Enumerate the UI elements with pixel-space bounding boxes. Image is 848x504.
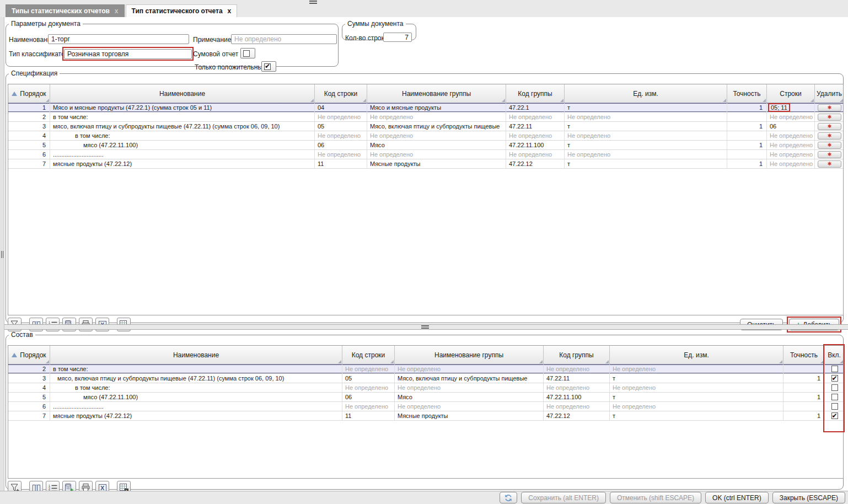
- column-header-group-name[interactable]: Наименование группы: [367, 84, 506, 103]
- svg-text:X: X: [100, 485, 105, 491]
- horizontal-splitter[interactable]: [4, 324, 848, 330]
- table-row[interactable]: 7мясные продукты (47.22.12)11Мясные прод…: [8, 159, 843, 169]
- cell-precision: [783, 383, 825, 392]
- column-header-line-code[interactable]: Код строки: [315, 84, 367, 103]
- cell-name: в том числе:: [50, 383, 342, 392]
- table-row[interactable]: 1Мясо и мясные продукты (47.22.1) (сумма…: [8, 103, 843, 112]
- table-row[interactable]: 6..............................Не опреде…: [8, 402, 843, 411]
- cell-order: 5: [8, 141, 50, 149]
- ok-button[interactable]: OK (ctrl ENTER): [705, 492, 769, 503]
- table-row[interactable]: 5мясо (47.22.11.100)06Мясо47.22.11.100т1: [8, 393, 843, 402]
- cancel-button[interactable]: Отменить (shift ESCAPE): [610, 492, 701, 503]
- cell-order: 6: [8, 150, 50, 159]
- include-checkbox[interactable]: [831, 412, 838, 419]
- column-header-label: Наименование: [173, 351, 219, 359]
- cell-group-name: Мясо, включая птицу и субпродукты пищевы…: [395, 374, 544, 383]
- close-button[interactable]: Закрыть (ESCAPE): [772, 492, 845, 503]
- table-row[interactable]: 4в том числе:Не определеноНе определеноН…: [8, 383, 843, 393]
- cell-include: [825, 374, 844, 383]
- cell-group-code: 47.22.1: [506, 103, 565, 112]
- column-header-line-code[interactable]: Код строки: [342, 346, 395, 364]
- cell-include: [825, 383, 844, 392]
- delete-row-button[interactable]: ✱: [818, 160, 841, 168]
- delete-row-button[interactable]: ✱: [818, 151, 841, 158]
- note-input[interactable]: [231, 34, 337, 44]
- column-header-group-code[interactable]: Код группы: [544, 346, 610, 364]
- table-row[interactable]: 7мясные продукты (47.22.12)11Мясные прод…: [8, 411, 843, 421]
- cell-precision: [783, 364, 825, 373]
- cell-group-name: Мясо: [395, 393, 544, 401]
- column-header-order[interactable]: Порядок: [8, 346, 50, 364]
- column-header-unit[interactable]: Ед. изм.: [565, 84, 727, 103]
- delete-row-button[interactable]: ✱: [818, 114, 841, 121]
- column-header-precision[interactable]: Точность: [783, 346, 825, 364]
- table-row[interactable]: 4в том числе:Не определеноНе определеноН…: [8, 131, 843, 141]
- cell-order: 6: [8, 402, 50, 411]
- cell-order: 1: [8, 103, 50, 112]
- collapse-grip-icon[interactable]: [421, 325, 429, 329]
- column-header-name[interactable]: Наименование: [50, 84, 315, 103]
- document-sums-fieldset: Суммы документа Кол-во строк: [342, 20, 416, 40]
- column-header-unit[interactable]: Ед. изм.: [610, 346, 783, 364]
- include-checkbox[interactable]: [831, 384, 838, 391]
- name-input[interactable]: [48, 34, 189, 44]
- column-header-order[interactable]: Порядок: [8, 84, 50, 103]
- cell-line-code: 04: [315, 103, 367, 112]
- column-header-delete[interactable]: Удалить: [815, 84, 844, 103]
- cell-group-code: Не определено: [544, 364, 610, 373]
- cell-lines: 05; 11: [767, 103, 815, 112]
- column-header-group-name[interactable]: Наименование группы: [395, 346, 544, 364]
- include-checkbox[interactable]: [831, 366, 838, 372]
- include-checkbox[interactable]: [831, 375, 838, 382]
- cell-unit: т: [610, 411, 783, 420]
- cell-delete: ✱: [815, 141, 844, 149]
- tab-report-types[interactable]: Типы статистических отчетов x: [6, 4, 125, 17]
- cell-lines: Не определено: [767, 141, 815, 149]
- left-splitter[interactable]: [0, 17, 4, 491]
- table-row[interactable]: 3мясо, включая птицу и субпродукты пищев…: [8, 122, 843, 131]
- cell-order: 4: [8, 383, 50, 392]
- cell-name: ..............................: [50, 150, 315, 159]
- row-count-input[interactable]: [383, 33, 412, 42]
- cell-unit: т: [565, 159, 727, 168]
- sum-report-checkbox[interactable]: [240, 48, 255, 58]
- cell-name: мясо, включая птицу и субпродукты пищевы…: [50, 122, 315, 131]
- close-icon[interactable]: x: [228, 7, 232, 15]
- delete-row-button[interactable]: ✱: [818, 132, 841, 140]
- refresh-button[interactable]: [500, 492, 517, 503]
- column-header-group-code[interactable]: Код группы: [506, 84, 565, 103]
- collapse-grip-icon[interactable]: [309, 1, 317, 4]
- table-row[interactable]: 3мясо, включая птицу и субпродукты пищев…: [8, 374, 843, 383]
- include-checkbox[interactable]: [831, 403, 838, 410]
- cell-unit: т: [565, 122, 727, 131]
- table-row[interactable]: 2в том числе:Не определеноНе определеноН…: [8, 364, 843, 374]
- delete-row-button[interactable]: ✱: [818, 142, 841, 149]
- column-header-lines[interactable]: Строки: [767, 84, 815, 103]
- collapse-grip-icon[interactable]: [1, 251, 3, 258]
- close-icon[interactable]: x: [115, 7, 119, 15]
- cell-unit: Не определено: [565, 112, 727, 121]
- cell-group-name: Не определено: [395, 402, 544, 411]
- cell-unit: Не определено: [610, 383, 783, 392]
- sort-ascending-icon: [12, 92, 17, 96]
- cell-order: 5: [8, 393, 50, 401]
- tab-bar: Типы статистических отчетов x Тип статис…: [0, 4, 848, 17]
- save-button[interactable]: Сохранить (alt ENTER): [521, 492, 606, 503]
- column-header-include[interactable]: Вкл.: [825, 346, 844, 364]
- table-row[interactable]: 2в том числе:Не определеноНе определеноН…: [8, 112, 843, 122]
- table-row[interactable]: 6..............................Не опреде…: [8, 150, 843, 159]
- cell-unit: Не определено: [565, 131, 727, 140]
- top-splitter[interactable]: [0, 0, 848, 4]
- cell-name: мясо, включая птицу и субпродукты пищевы…: [50, 374, 342, 383]
- delete-row-button[interactable]: ✱: [818, 123, 841, 130]
- table-row[interactable]: 5мясо (47.22.11.100)06Мясо47.22.11.100т1…: [8, 141, 843, 150]
- cell-line-code: Не определено: [315, 150, 367, 159]
- cell-unit: Не определено: [610, 364, 783, 373]
- column-header-precision[interactable]: Точность: [727, 84, 767, 103]
- include-checkbox[interactable]: [831, 394, 838, 400]
- cell-include: [825, 402, 844, 411]
- tab-report-type[interactable]: Тип статистического отчета x: [126, 4, 238, 17]
- classifier-input[interactable]: [64, 49, 192, 59]
- column-header-name[interactable]: Наименование: [50, 346, 342, 364]
- delete-row-button[interactable]: ✱: [818, 104, 841, 111]
